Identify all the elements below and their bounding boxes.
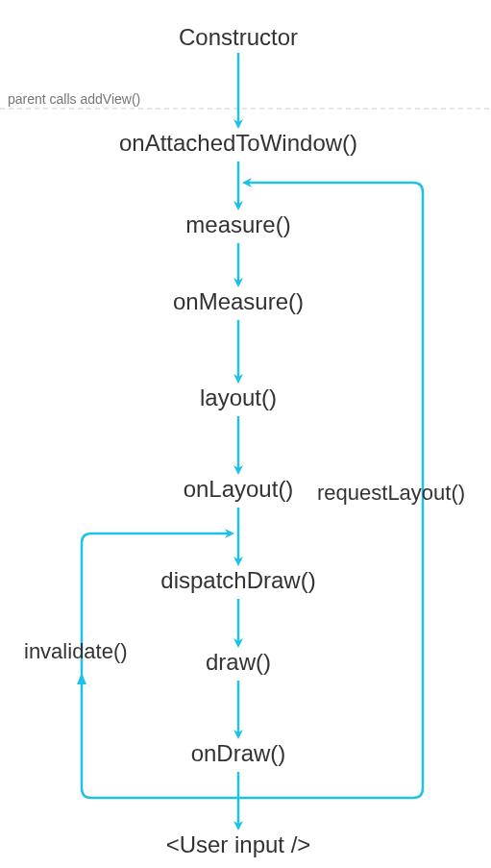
node-constructor: Constructor xyxy=(179,24,298,51)
node-ondraw: onDraw() xyxy=(191,740,286,767)
node-draw: draw() xyxy=(206,649,271,676)
node-layout: layout() xyxy=(200,384,277,411)
node-onattached: onAttachedToWindow() xyxy=(119,130,357,157)
node-onmeasure: onMeasure() xyxy=(173,288,304,315)
divider-annotation: parent calls addView() xyxy=(8,91,140,107)
arrow-invalidate-up xyxy=(77,673,86,684)
node-userinput: <User input /> xyxy=(166,831,311,858)
node-onlayout: onLayout() xyxy=(184,476,294,503)
label-requestlayout: requestLayout() xyxy=(317,481,465,506)
label-invalidate: invalidate() xyxy=(24,639,128,664)
node-dispatchdraw: dispatchDraw() xyxy=(160,567,315,594)
node-measure: measure() xyxy=(185,211,290,238)
